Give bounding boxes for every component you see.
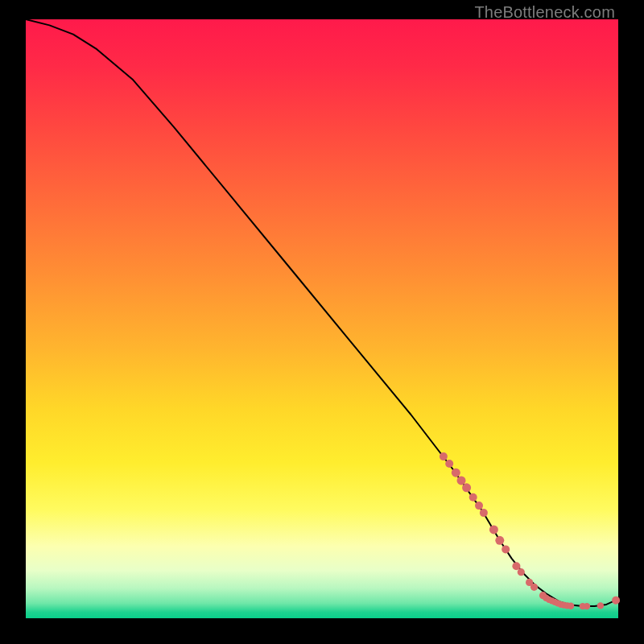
data-point [452,469,460,477]
data-point [597,602,604,609]
data-point [568,603,574,609]
data-point [612,597,620,605]
data-points-group [440,452,620,609]
plot-area [26,19,618,618]
data-point [495,536,504,545]
data-point [475,502,483,510]
data-point [440,452,448,460]
bottleneck-curve [26,19,618,606]
data-point [445,460,453,468]
chart-frame: TheBottleneck.com [0,0,644,644]
data-point [469,493,477,502]
data-point [480,509,488,517]
data-point [457,476,466,485]
data-point [502,545,510,553]
data-point [489,525,498,534]
chart-overlay-svg [26,19,618,618]
data-point [462,483,471,492]
data-point [530,584,538,591]
data-point [584,603,590,609]
data-point [518,568,525,576]
